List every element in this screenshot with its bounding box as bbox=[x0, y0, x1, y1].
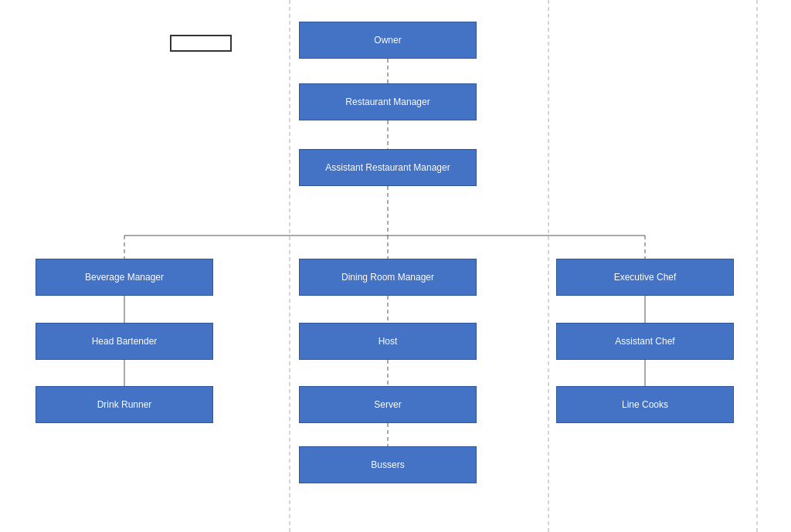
owner-box[interactable]: Owner bbox=[299, 22, 477, 59]
head-bartender-box[interactable]: Head Bartender bbox=[36, 323, 213, 360]
executive-chef-box[interactable]: Executive Chef bbox=[556, 259, 734, 296]
host-box[interactable]: Host bbox=[299, 323, 477, 360]
beverage-manager-box[interactable]: Beverage Manager bbox=[36, 259, 213, 296]
restaurant-manager-box[interactable]: Restaurant Manager bbox=[299, 83, 477, 120]
server-box[interactable]: Server bbox=[299, 386, 477, 423]
dining-room-manager-box[interactable]: Dining Room Manager bbox=[299, 259, 477, 296]
search-box[interactable] bbox=[170, 35, 232, 52]
drink-runner-box[interactable]: Drink Runner bbox=[36, 386, 213, 423]
assistant-chef-box[interactable]: Assistant Chef bbox=[556, 323, 734, 360]
assistant-manager-box[interactable]: Assistant Restaurant Manager bbox=[299, 149, 477, 186]
canvas: Owner Restaurant Manager Assistant Resta… bbox=[0, 0, 791, 532]
line-cooks-box[interactable]: Line Cooks bbox=[556, 386, 734, 423]
bussers-box[interactable]: Bussers bbox=[299, 446, 477, 483]
